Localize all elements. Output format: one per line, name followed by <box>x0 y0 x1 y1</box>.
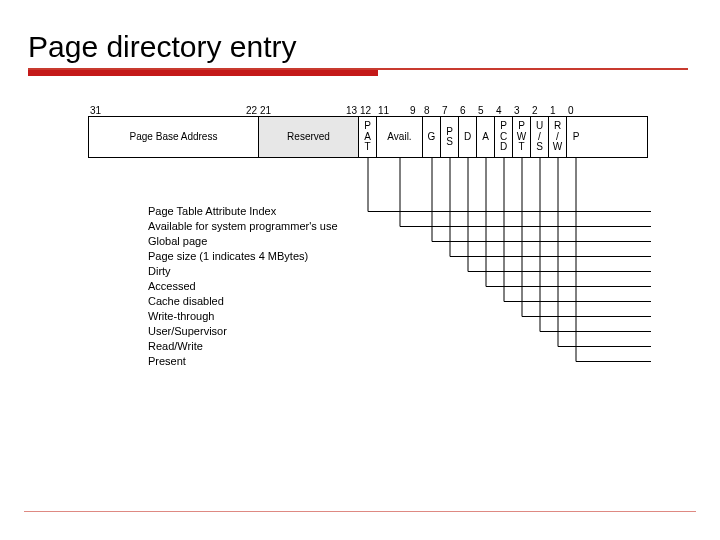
bit-label: 11 <box>378 105 389 116</box>
field-3: Avail. <box>377 117 423 157</box>
bit-label: 21 <box>260 105 271 116</box>
bit-label: 22 <box>246 105 257 116</box>
bit-label: 2 <box>532 105 538 116</box>
bitfield-diagram: 3122211312119876543210 Page Base Address… <box>88 102 648 369</box>
field-8: P C D <box>495 117 513 157</box>
bit-label: 31 <box>90 105 101 116</box>
bit-label: 12 <box>360 105 371 116</box>
callout-list: Page Table Attribute IndexAvailable for … <box>148 204 648 369</box>
bit-label: 7 <box>442 105 448 116</box>
callout: Read/Write <box>148 339 648 354</box>
bit-label: 4 <box>496 105 502 116</box>
bit-label: 6 <box>460 105 466 116</box>
field-11: R / W <box>549 117 567 157</box>
bit-label: 8 <box>424 105 430 116</box>
callout: Dirty <box>148 264 648 279</box>
field-0: Page Base Address <box>89 117 259 157</box>
field-9: P W T <box>513 117 531 157</box>
callout: Accessed <box>148 279 648 294</box>
bit-label: 1 <box>550 105 556 116</box>
callout: Cache disabled <box>148 294 648 309</box>
footer-rule <box>24 511 696 512</box>
bit-label: 9 <box>410 105 416 116</box>
bit-number-row: 3122211312119876543210 <box>88 102 648 116</box>
callout: Page Table Attribute Index <box>148 204 648 219</box>
field-7: A <box>477 117 495 157</box>
bit-label: 13 <box>346 105 357 116</box>
callout: Global page <box>148 234 648 249</box>
callout: Available for system programmer's use <box>148 219 648 234</box>
bit-label: 3 <box>514 105 520 116</box>
title-underline <box>28 68 688 76</box>
field-4: G <box>423 117 441 157</box>
callout: Present <box>148 354 648 369</box>
page-title: Page directory entry <box>28 30 692 64</box>
field-1: Reserved <box>259 117 359 157</box>
field-5: P S <box>441 117 459 157</box>
bit-label: 0 <box>568 105 574 116</box>
callout: User/Supervisor <box>148 324 648 339</box>
field-10: U / S <box>531 117 549 157</box>
callout: Page size (1 indicates 4 MBytes) <box>148 249 648 264</box>
callout: Write-through <box>148 309 648 324</box>
field-row: Page Base AddressReservedP A TAvail.GP S… <box>88 116 648 158</box>
field-6: D <box>459 117 477 157</box>
field-2: P A T <box>359 117 377 157</box>
field-12: P <box>567 117 585 157</box>
bit-label: 5 <box>478 105 484 116</box>
